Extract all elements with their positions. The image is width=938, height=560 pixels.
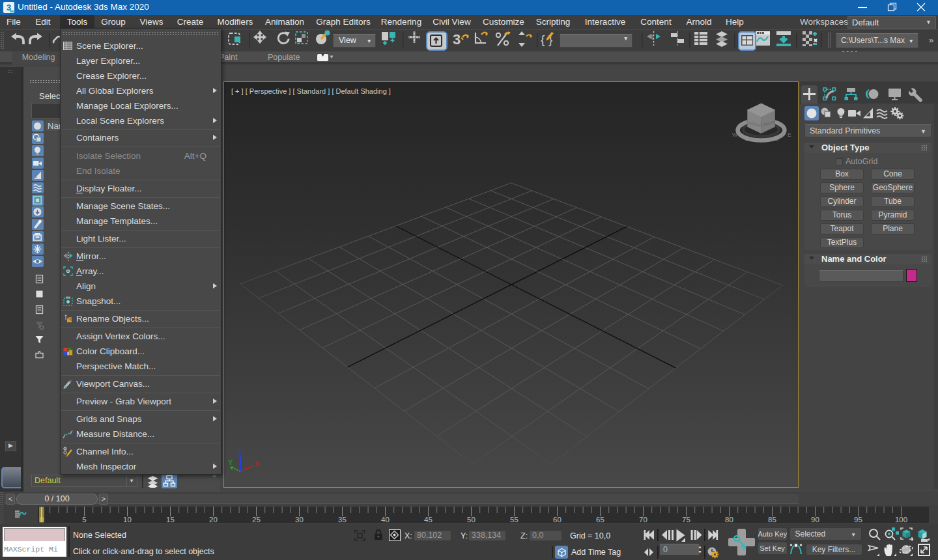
svg-text:45: 45 xyxy=(424,516,433,524)
svg-text:0: 0 xyxy=(40,516,44,524)
svg-text:5: 5 xyxy=(82,516,86,524)
svg-text:S: S xyxy=(745,135,748,142)
svg-text:90: 90 xyxy=(811,516,819,524)
svg-text:60: 60 xyxy=(553,516,561,524)
svg-text:25: 25 xyxy=(252,516,261,524)
svg-text:100: 100 xyxy=(895,516,907,524)
svg-text:50: 50 xyxy=(467,516,476,524)
svg-text:W: W xyxy=(732,132,737,138)
svg-text:Z: Z xyxy=(238,448,242,456)
svg-text:70: 70 xyxy=(639,516,647,524)
svg-text:30: 30 xyxy=(295,516,304,524)
svg-text:10: 10 xyxy=(123,516,132,524)
svg-text:{: { xyxy=(541,33,545,46)
svg-text:35: 35 xyxy=(338,516,347,524)
svg-text:X: X xyxy=(255,460,260,468)
svg-text:3: 3 xyxy=(453,31,461,48)
svg-text:75: 75 xyxy=(682,516,690,524)
svg-text:80: 80 xyxy=(725,516,733,524)
svg-text:40: 40 xyxy=(381,516,390,524)
svg-text:E: E xyxy=(788,132,791,138)
svg-text:»: » xyxy=(929,35,933,45)
svg-text:S: S xyxy=(775,135,779,142)
svg-text:55: 55 xyxy=(510,516,519,524)
svg-text:95: 95 xyxy=(854,516,862,524)
svg-text:65: 65 xyxy=(596,516,604,524)
svg-text:85: 85 xyxy=(768,516,776,524)
svg-text:20: 20 xyxy=(209,516,218,524)
svg-text:Y: Y xyxy=(228,458,233,466)
svg-text:15: 15 xyxy=(166,516,175,524)
